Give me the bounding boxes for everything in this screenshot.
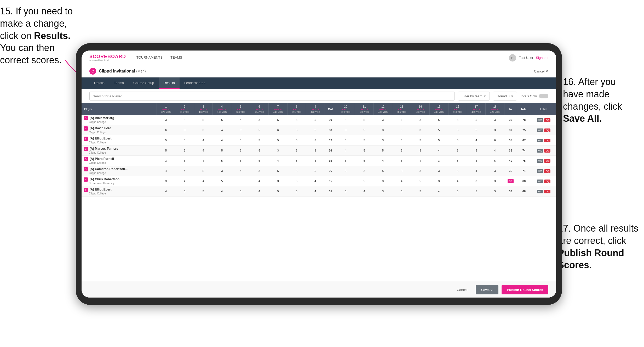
score-front-7[interactable]: 5 [269, 115, 287, 125]
dq-badge[interactable]: DQ [544, 159, 550, 163]
score-front-3[interactable]: 4 [194, 135, 212, 145]
score-back-10[interactable]: 6 [336, 166, 355, 176]
score-front-2[interactable]: 3 [175, 156, 194, 166]
score-back-14[interactable]: 3 [411, 145, 429, 156]
score-front-9[interactable]: 4 [306, 176, 325, 186]
dq-badge[interactable]: DQ [544, 128, 550, 132]
score-back-17[interactable]: 5 [467, 145, 486, 156]
score-front-7[interactable]: 4 [269, 156, 287, 166]
score-back-14[interactable]: 4 [411, 156, 429, 166]
score-front-5[interactable]: 3 [231, 186, 250, 197]
score-back-10[interactable]: 3 [336, 135, 355, 145]
score-front-3[interactable]: 4 [194, 156, 212, 166]
dq-badge[interactable]: DQ [544, 149, 550, 153]
score-front-3[interactable]: 5 [194, 115, 212, 125]
score-back-18[interactable]: 3 [486, 125, 504, 135]
score-front-1[interactable]: 4 [157, 166, 175, 176]
score-back-15[interactable]: 5 [430, 125, 448, 135]
score-front-4[interactable]: 4 [213, 135, 231, 145]
score-front-8[interactable]: 3 [287, 186, 306, 197]
score-back-12[interactable]: 3 [373, 125, 392, 135]
score-front-9[interactable]: 5 [306, 166, 325, 176]
score-front-8[interactable]: 6 [287, 115, 306, 125]
score-front-3[interactable]: 4 [194, 176, 212, 186]
score-front-4[interactable]: 4 [213, 125, 231, 135]
score-back-11[interactable]: 5 [355, 145, 373, 156]
wd-badge[interactable]: WD [537, 159, 543, 163]
score-front-9[interactable]: 4 [306, 186, 325, 197]
score-front-1[interactable]: 5 [157, 145, 175, 156]
score-front-6[interactable]: 5 [250, 125, 268, 135]
score-back-11[interactable]: 3 [355, 135, 373, 145]
score-front-7[interactable]: 3 [269, 145, 287, 156]
score-front-8[interactable]: 5 [287, 176, 306, 186]
score-back-17[interactable]: 5 [467, 125, 486, 135]
score-back-16[interactable]: 6 [448, 115, 467, 125]
score-back-14[interactable]: 3 [411, 115, 429, 125]
score-front-6[interactable]: 3 [250, 135, 268, 145]
score-back-16[interactable]: 3 [448, 145, 467, 156]
score-front-5[interactable]: 3 [231, 135, 250, 145]
score-front-3[interactable]: 4 [194, 145, 212, 156]
score-back-10[interactable]: 3 [336, 176, 355, 186]
wd-badge[interactable]: WD [537, 149, 543, 153]
score-front-8[interactable]: 3 [287, 156, 306, 166]
dq-badge[interactable]: DQ [544, 169, 550, 173]
score-front-7[interactable]: 6 [269, 125, 287, 135]
score-front-4[interactable]: 5 [213, 176, 231, 186]
score-front-2[interactable]: 4 [175, 176, 194, 186]
score-front-7[interactable]: 5 [269, 166, 287, 176]
score-front-3[interactable]: 5 [194, 166, 212, 176]
score-back-11[interactable]: 5 [355, 115, 373, 125]
score-front-8[interactable]: 3 [287, 125, 306, 135]
tab-details[interactable]: Details [89, 77, 109, 89]
score-front-2[interactable]: 3 [175, 186, 194, 197]
score-front-2[interactable]: 3 [175, 115, 194, 125]
score-front-2[interactable]: 3 [175, 145, 194, 156]
tab-course-setup[interactable]: Course Setup [129, 77, 159, 89]
score-back-15[interactable]: 3 [430, 176, 448, 186]
score-back-13[interactable]: 5 [392, 145, 411, 156]
score-front-4[interactable]: 4 [213, 186, 231, 197]
score-back-17[interactable]: 5 [467, 115, 486, 125]
score-front-5[interactable]: 4 [231, 115, 250, 125]
score-front-9[interactable]: 5 [306, 125, 325, 135]
score-front-6[interactable]: 3 [250, 166, 268, 176]
filter-by-team-btn[interactable]: Filter by team ▾ [458, 92, 490, 100]
score-back-17[interactable]: 3 [467, 176, 486, 186]
score-front-3[interactable]: 3 [194, 125, 212, 135]
score-back-16[interactable]: 4 [448, 176, 467, 186]
score-back-12[interactable]: 4 [373, 156, 392, 166]
score-front-2[interactable]: 3 [175, 125, 194, 135]
score-back-11[interactable]: 4 [355, 186, 373, 197]
tab-teams[interactable]: Teams [109, 77, 129, 89]
score-back-16[interactable]: 3 [448, 156, 467, 166]
save-all-btn[interactable]: Save All [476, 285, 498, 294]
score-back-15[interactable]: 3 [430, 166, 448, 176]
score-front-5[interactable]: 4 [231, 166, 250, 176]
score-front-4[interactable]: 3 [213, 166, 231, 176]
score-front-1[interactable]: 5 [157, 135, 175, 145]
tab-leaderboards[interactable]: Leaderboards [180, 77, 210, 89]
dq-badge[interactable]: DQ [544, 190, 550, 193]
score-front-3[interactable]: 5 [194, 186, 212, 197]
score-back-10[interactable]: 3 [336, 115, 355, 125]
score-front-9[interactable]: 3 [306, 145, 325, 156]
score-front-4[interactable]: 5 [213, 156, 231, 166]
wd-badge[interactable]: WD [537, 180, 543, 183]
score-front-8[interactable]: 3 [287, 135, 306, 145]
score-back-14[interactable]: 3 [411, 135, 429, 145]
score-front-9[interactable]: 3 [306, 135, 325, 145]
score-back-12[interactable]: 5 [373, 145, 392, 156]
round-selector-btn[interactable]: Round 3 ▾ [493, 92, 517, 100]
score-back-15[interactable]: 4 [430, 186, 448, 197]
tab-results[interactable]: Results [159, 77, 180, 89]
dq-badge[interactable]: DQ [544, 118, 550, 122]
publish-round-scores-btn[interactable]: Publish Round Scores [502, 285, 548, 294]
score-back-14[interactable]: 5 [411, 176, 429, 186]
toggle-switch[interactable] [539, 94, 548, 98]
score-front-5[interactable]: 3 [231, 145, 250, 156]
score-back-12[interactable]: 3 [373, 176, 392, 186]
score-back-18[interactable]: 3 [486, 115, 504, 125]
wd-badge[interactable]: WD [537, 190, 543, 193]
